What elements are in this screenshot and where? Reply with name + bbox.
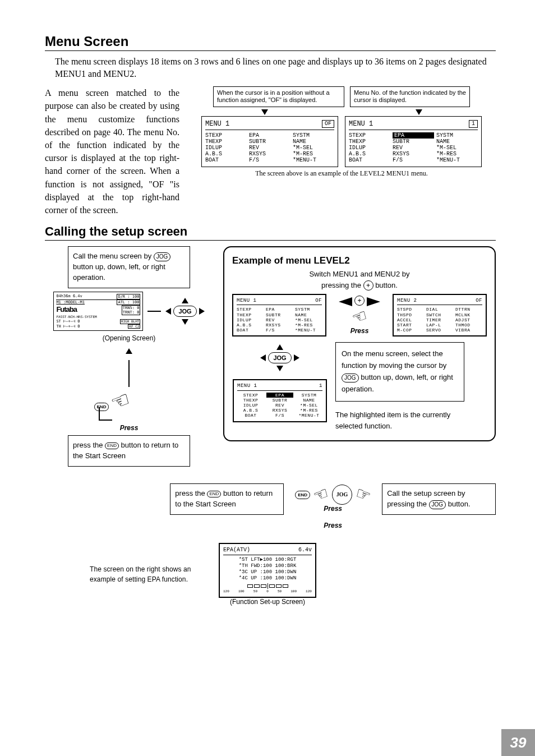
end-button[interactable]: END <box>94 403 109 411</box>
menuno-note-box: Menu No. of the function indicated by th… <box>350 86 470 107</box>
lcd-menu2-small: MENU 2OF STSPDDIALDTTRN THSPDSWTCHMCLNK … <box>393 294 487 336</box>
connector-line <box>128 360 130 387</box>
menu1-grid-b: STEXPEPASYSTM THEXPSUBTRNAME IDLUPREV*M-… <box>349 132 478 163</box>
left-arrow-icon <box>339 297 352 306</box>
arrow-down-icon <box>261 109 268 115</box>
menu1-grid: STEXPEPASYSTM THEXPSUBTRNAME IDLUPREV*M-… <box>205 132 334 163</box>
press-label: Press <box>295 505 371 513</box>
example-caption: The screen above is an example of the LE… <box>187 169 496 178</box>
hand-icon: ☜ <box>108 388 133 414</box>
intro-paragraph-1: The menu screen displays 18 items on 3 r… <box>55 56 496 80</box>
lcd-menu1-sel: MENU 11 STEXPEPASYSTM THEXPSUBTRNAME IDL… <box>345 116 482 167</box>
arrow-down-icon <box>416 109 422 115</box>
onmenu-text-block: On the menu screen, select the function … <box>335 342 464 432</box>
epa-screen: EPA(ATV)6.4v *ST LFT▶100 100:RGT *TH FWD… <box>219 543 316 597</box>
highlight-note: The highlighted item is the currently se… <box>335 409 464 433</box>
menu-screen-heading: Menu Screen <box>45 34 496 49</box>
top-diagram: When the cursor is in a position without… <box>187 86 496 177</box>
end-return-box: press the END button to return to the St… <box>68 435 190 467</box>
epa-note: The screen on the right shows an example… <box>90 564 207 584</box>
menu-title: MENU 1 <box>205 120 229 128</box>
press-label: Press <box>120 424 139 432</box>
menu-title: MENU 1 <box>349 120 373 128</box>
up-arrow-icon <box>126 348 132 354</box>
end-button-2[interactable]: END <box>295 491 310 499</box>
lcd-menu1-small: MENU 1OF STEXPEPASYSTM THEXPSUBTRNAME ID… <box>232 294 326 336</box>
jog-round-button[interactable]: JOG <box>332 485 352 505</box>
setup-call-box: Call the setup screen by pressing the JO… <box>382 483 496 515</box>
jog-cross-left[interactable]: JOG <box>165 296 204 327</box>
jog-pill[interactable]: JOG <box>429 500 446 509</box>
press-label: Press <box>295 522 371 529</box>
setup-caption: (Function Set-up Screen) <box>219 598 316 606</box>
lcd-menu1-of: MENU 1OF STEXPEPASYSTM THEXPSUBTRNAME ID… <box>201 116 338 167</box>
rule2 <box>45 240 496 241</box>
of-indicator: OF <box>322 120 334 128</box>
hand-icon: ☜ <box>349 306 370 327</box>
right-arrow-icon <box>367 297 380 306</box>
example-panel: Example of menu LEVEL2 Switch MENU1 and … <box>223 246 496 441</box>
rule <box>45 50 496 51</box>
opening-caption: (Opening Screen) <box>103 334 156 342</box>
of-note-box: When the cursor is in a position without… <box>213 86 344 107</box>
example-title: Example of menu LEVEL2 <box>232 255 487 266</box>
hand-icon: ☜ <box>311 484 331 505</box>
plus-button-center[interactable]: + <box>354 296 365 306</box>
jog-pill[interactable]: JOG <box>154 252 171 261</box>
opening-screen: 04h36m 6.4vD/R : 100 M1 :MODEL-M1ATL : 1… <box>53 292 143 331</box>
plus-button[interactable]: + <box>363 280 373 291</box>
end-pill[interactable]: END <box>207 491 221 497</box>
end-pill[interactable]: END <box>105 442 119 449</box>
hand-icon: ☜ <box>353 484 373 505</box>
switch-text: Switch MENU1 and MENU2 by pressing the +… <box>232 269 487 291</box>
press-label: Press <box>350 327 369 335</box>
jog-pill[interactable]: JOG <box>342 374 359 382</box>
lcd-menu1-highlighted: MENU 11 STEXPEPASYSTM THEXPSUBTRNAME IDL… <box>233 379 327 422</box>
call-menu-box: Call the menu screen by JOG button up, d… <box>68 246 190 288</box>
end-return-box-2: press the END button to return to the St… <box>170 483 284 515</box>
jog-cross-right[interactable]: JOG <box>232 342 328 374</box>
num-indicator: 1 <box>469 120 478 128</box>
intro-paragraph-2: A menu screen matched to the purpose can… <box>45 86 179 216</box>
calling-heading: Calling the setup screen <box>45 224 496 239</box>
